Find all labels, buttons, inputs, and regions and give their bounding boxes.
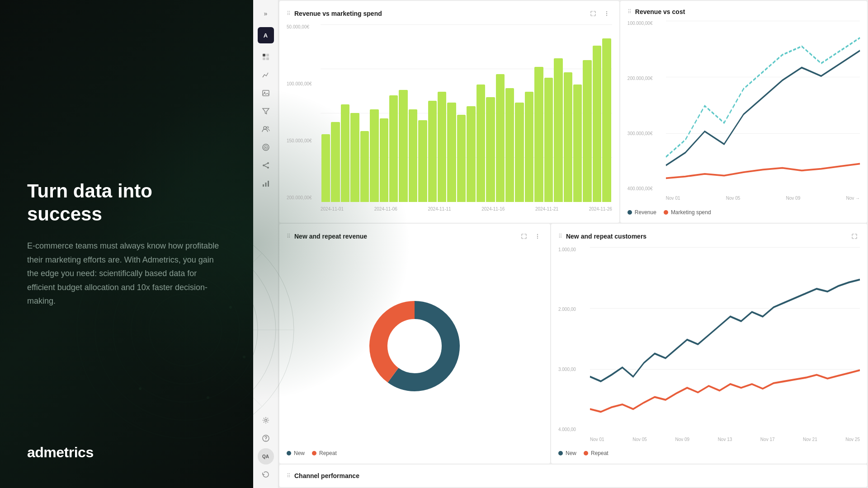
chart-header-revenue-cost: ⠿ Revenue vs cost bbox=[627, 8, 860, 15]
svg-point-35 bbox=[606, 13, 607, 14]
sidebar-item-analytics[interactable] bbox=[258, 175, 274, 192]
drag-handle-icon: ⠿ bbox=[287, 10, 291, 17]
svg-point-20 bbox=[264, 127, 266, 129]
revenue-cost-svg bbox=[666, 21, 860, 191]
chart-header-repeat-revenue: ⠿ New and repeat revenue bbox=[287, 231, 543, 242]
chart-title-wrap: ⠿ Revenue vs marketing spend bbox=[287, 10, 382, 17]
more-options-icon[interactable] bbox=[601, 8, 612, 19]
chart-title-revenue-spend: Revenue vs marketing spend bbox=[294, 10, 382, 17]
svg-rect-29 bbox=[265, 183, 266, 187]
svg-point-37 bbox=[537, 234, 538, 235]
legend-repeat-customers: Repeat bbox=[584, 450, 609, 456]
sidebar-refresh-icon[interactable] bbox=[258, 466, 274, 483]
svg-rect-18 bbox=[263, 90, 269, 96]
chart-title-wrap-cost: ⠿ Revenue vs cost bbox=[627, 8, 685, 15]
channel-performance-title: Channel performance bbox=[294, 472, 359, 479]
svg-rect-17 bbox=[266, 57, 269, 60]
expand-icon[interactable] bbox=[588, 8, 599, 19]
rv-plot bbox=[666, 21, 860, 191]
svg-point-36 bbox=[606, 15, 607, 16]
svg-point-38 bbox=[537, 235, 538, 236]
repeat-customers-legend: New Repeat bbox=[558, 450, 860, 456]
lc-y-labels: 4.000,00 3.000,00 2.000,00 1.000,00 bbox=[558, 247, 588, 432]
sidebar-collapse-button[interactable]: » bbox=[258, 5, 274, 22]
svg-rect-30 bbox=[268, 181, 269, 187]
revenue-vs-spend-card: ⠿ Revenue vs marketing spend bbox=[279, 1, 619, 223]
svg-rect-28 bbox=[263, 184, 264, 187]
legend-repeat-revenue: Repeat bbox=[312, 450, 337, 456]
left-panel: Turn data into success E-commerce teams … bbox=[0, 0, 253, 488]
bar-chart-plot bbox=[321, 24, 612, 202]
channel-performance-card: ⠿ Channel performance bbox=[279, 465, 867, 487]
svg-point-42 bbox=[388, 320, 441, 372]
y-axis-labels: 200.000,00€ 150.000,00€ 100.000,00€ 50.0… bbox=[287, 24, 318, 202]
svg-point-24 bbox=[265, 147, 266, 148]
sidebar-item-users[interactable] bbox=[258, 121, 274, 137]
svg-point-13 bbox=[139, 387, 142, 390]
x-axis-labels: 2024-11-01 2024-11-06 2024-11-11 2024-11… bbox=[321, 203, 612, 216]
svg-point-19 bbox=[264, 92, 265, 93]
chart-title-wrap-repeat-revenue: ⠿ New and repeat revenue bbox=[287, 233, 367, 240]
svg-rect-16 bbox=[263, 57, 265, 60]
legend-dot-revenue bbox=[627, 210, 632, 215]
legend-dot-repeat bbox=[312, 451, 316, 455]
main-heading: Turn data into success bbox=[27, 180, 226, 225]
new-repeat-customers-card: ⠿ New and repeat customers 4.000,00 3.00… bbox=[551, 224, 867, 464]
repeat-revenue-legend: New Repeat bbox=[287, 450, 543, 456]
sidebar-item-charts[interactable] bbox=[258, 67, 274, 83]
expand-icon[interactable] bbox=[519, 231, 529, 242]
chart-title-new-repeat-revenue: New and repeat revenue bbox=[294, 233, 367, 240]
chart-actions-repeat-revenue bbox=[519, 231, 543, 242]
lc-x-labels: Nov 01 Nov 05 Nov 09 Nov 13 Nov 17 Nov 2… bbox=[590, 433, 860, 446]
rv-y-labels: 400.000,00€ 300.000,00€ 200.000,00€ 100.… bbox=[627, 21, 664, 191]
legend-dot-new-cust bbox=[558, 451, 563, 455]
legend-new-revenue: New bbox=[287, 450, 305, 456]
sidebar-item-target[interactable] bbox=[258, 139, 274, 155]
drag-handle-icon: ⠿ bbox=[287, 473, 291, 479]
expand-icon[interactable] bbox=[849, 231, 860, 242]
dashboard-content: ⠿ Revenue vs marketing spend bbox=[278, 0, 868, 488]
left-content: Turn data into success E-commerce teams … bbox=[27, 180, 226, 308]
legend-marketing: Marketing spend bbox=[664, 209, 711, 216]
chart-title-new-repeat-customers: New and repeat customers bbox=[566, 233, 646, 240]
repeat-revenue-chart-body bbox=[287, 247, 543, 446]
svg-point-11 bbox=[243, 356, 245, 358]
svg-point-26 bbox=[267, 167, 269, 169]
charts-row-middle: ⠿ New and repeat revenue bbox=[279, 224, 867, 464]
sidebar-item-images[interactable] bbox=[258, 85, 274, 101]
chart-actions-repeat-customers bbox=[849, 231, 860, 242]
charts-row-top: ⠿ Revenue vs marketing spend bbox=[279, 1, 867, 223]
revenue-spend-chart-body: 200.000,00€ 150.000,00€ 100.000,00€ 50.0… bbox=[287, 24, 612, 216]
svg-rect-15 bbox=[266, 54, 269, 56]
sidebar-item-share[interactable] bbox=[258, 157, 274, 174]
svg-rect-14 bbox=[263, 54, 265, 56]
repeat-customers-chart-body: 4.000,00 3.000,00 2.000,00 1.000,00 bbox=[558, 247, 860, 446]
chart-header-revenue-spend: ⠿ Revenue vs marketing spend bbox=[287, 8, 612, 19]
chart-actions-revenue-spend bbox=[588, 8, 612, 19]
right-panel: » A bbox=[253, 0, 868, 488]
svg-point-34 bbox=[606, 11, 607, 12]
svg-point-21 bbox=[267, 127, 269, 128]
svg-point-39 bbox=[537, 237, 538, 238]
revenue-cost-chart-body: 400.000,00€ 300.000,00€ 200.000,00€ 100.… bbox=[627, 21, 860, 205]
brand-logo: admetrics bbox=[27, 444, 94, 461]
revenue-cost-line-chart: 400.000,00€ 300.000,00€ 200.000,00€ 100.… bbox=[627, 21, 860, 205]
chart-title-revenue-cost: Revenue vs cost bbox=[635, 8, 685, 15]
sidebar-item-dashboard[interactable] bbox=[258, 49, 274, 65]
donut-chart-svg bbox=[369, 301, 460, 391]
sidebar-item-funnel[interactable] bbox=[258, 103, 274, 119]
sidebar-avatar[interactable]: A bbox=[258, 27, 274, 43]
svg-point-12 bbox=[207, 396, 209, 399]
svg-point-27 bbox=[263, 164, 264, 166]
drag-handle-icon: ⠿ bbox=[558, 233, 562, 239]
sidebar-user-badge[interactable]: QA bbox=[258, 448, 274, 465]
lc-plot bbox=[590, 247, 860, 432]
svg-point-25 bbox=[267, 162, 269, 164]
legend-new-customers: New bbox=[558, 450, 576, 456]
revenue-cost-legend: Revenue Marketing spend bbox=[627, 209, 860, 216]
more-options-icon[interactable] bbox=[532, 231, 543, 242]
drag-handle-icon: ⠿ bbox=[627, 9, 632, 15]
legend-dot-new bbox=[287, 451, 291, 455]
new-repeat-revenue-card: ⠿ New and repeat revenue bbox=[279, 224, 550, 464]
svg-point-10 bbox=[229, 306, 232, 309]
